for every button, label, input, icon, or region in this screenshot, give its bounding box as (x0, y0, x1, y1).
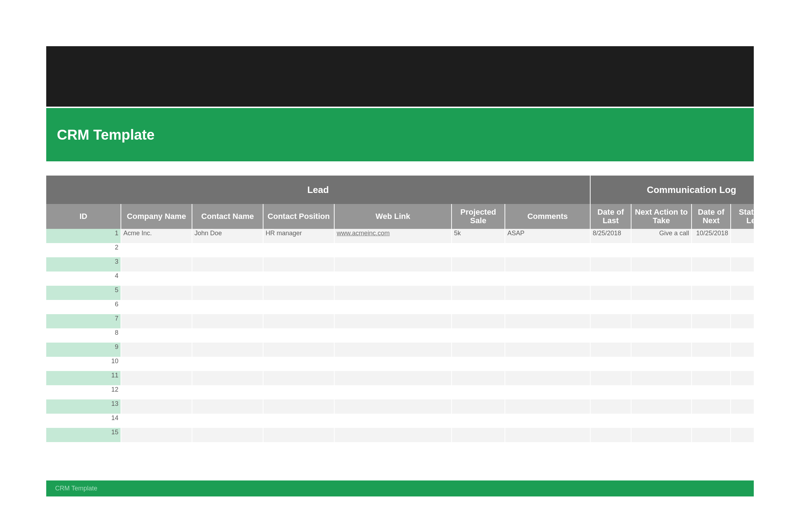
cell-comments[interactable] (505, 272, 590, 286)
cell-web-link[interactable] (334, 272, 452, 286)
cell-company[interactable] (121, 257, 192, 272)
cell-company[interactable] (121, 414, 192, 428)
table-row[interactable]: 9 (46, 343, 754, 357)
cell-date-of-last[interactable] (590, 243, 631, 257)
cell-web-link[interactable] (334, 343, 452, 357)
cell-date-of-last[interactable] (590, 428, 631, 442)
cell-contact-position[interactable] (263, 414, 334, 428)
cell-next-action[interactable] (631, 328, 692, 343)
cell-contact-position[interactable] (263, 243, 334, 257)
cell-id[interactable]: 11 (46, 371, 121, 385)
cell-projected-sale[interactable] (452, 385, 505, 399)
cell-date-of-next[interactable]: 10/25/2018 (692, 229, 731, 243)
cell-next-action[interactable] (631, 371, 692, 385)
cell-date-of-next[interactable] (692, 300, 731, 314)
cell-projected-sale[interactable]: 5k (452, 229, 505, 243)
cell-company[interactable]: Acme Inc. (121, 229, 192, 243)
col-date-of-last[interactable]: Date of Last (590, 204, 631, 229)
cell-web-link[interactable] (334, 414, 452, 428)
cell-contact-position[interactable] (263, 343, 334, 357)
col-company[interactable]: Company Name (121, 204, 192, 229)
cell-id[interactable]: 13 (46, 399, 121, 414)
col-contact-position[interactable]: Contact Position (263, 204, 334, 229)
cell-next-action[interactable] (631, 272, 692, 286)
cell-id[interactable]: 1 (46, 229, 121, 243)
cell-company[interactable] (121, 399, 192, 414)
cell-comments[interactable] (505, 357, 590, 371)
cell-date-of-last[interactable] (590, 343, 631, 357)
table-row[interactable]: 12 (46, 385, 754, 399)
cell-web-link[interactable] (334, 257, 452, 272)
cell-contact-name[interactable] (192, 328, 263, 343)
cell-projected-sale[interactable] (452, 243, 505, 257)
cell-next-action[interactable] (631, 399, 692, 414)
cell-company[interactable] (121, 300, 192, 314)
cell-id[interactable]: 9 (46, 343, 121, 357)
cell-projected-sale[interactable] (452, 414, 505, 428)
cell-web-link[interactable] (334, 357, 452, 371)
cell-contact-position[interactable] (263, 286, 334, 300)
cell-id[interactable]: 12 (46, 385, 121, 399)
table-row[interactable]: 4 (46, 272, 754, 286)
col-status[interactable]: Status of Lead (731, 204, 754, 229)
cell-date-of-last[interactable] (590, 314, 631, 328)
cell-contact-name[interactable] (192, 286, 263, 300)
cell-web-link[interactable] (334, 399, 452, 414)
cell-next-action[interactable] (631, 343, 692, 357)
cell-comments[interactable] (505, 414, 590, 428)
col-comments[interactable]: Comments (505, 204, 590, 229)
cell-status[interactable] (731, 371, 754, 385)
cell-date-of-next[interactable] (692, 257, 731, 272)
table-row[interactable]: 3 (46, 257, 754, 272)
cell-id[interactable]: 2 (46, 243, 121, 257)
cell-projected-sale[interactable] (452, 371, 505, 385)
table-row[interactable]: 13 (46, 399, 754, 414)
cell-projected-sale[interactable] (452, 428, 505, 442)
cell-next-action[interactable] (631, 428, 692, 442)
cell-contact-name[interactable] (192, 257, 263, 272)
cell-date-of-last[interactable] (590, 371, 631, 385)
cell-web-link[interactable] (334, 286, 452, 300)
cell-projected-sale[interactable] (452, 314, 505, 328)
table-row[interactable]: 8 (46, 328, 754, 343)
cell-date-of-last[interactable] (590, 300, 631, 314)
cell-next-action[interactable] (631, 385, 692, 399)
table-row[interactable]: 1Acme Inc.John DoeHR managerwww.acmeinc.… (46, 229, 754, 243)
cell-date-of-next[interactable] (692, 243, 731, 257)
cell-date-of-next[interactable] (692, 343, 731, 357)
cell-next-action[interactable] (631, 243, 692, 257)
cell-comments[interactable] (505, 343, 590, 357)
cell-web-link[interactable] (334, 243, 452, 257)
cell-status[interactable] (731, 314, 754, 328)
cell-date-of-next[interactable] (692, 371, 731, 385)
table-row[interactable]: 14 (46, 414, 754, 428)
cell-date-of-next[interactable] (692, 314, 731, 328)
cell-date-of-last[interactable] (590, 399, 631, 414)
cell-comments[interactable] (505, 300, 590, 314)
cell-contact-name[interactable] (192, 300, 263, 314)
cell-web-link[interactable] (334, 428, 452, 442)
cell-web-link[interactable] (334, 328, 452, 343)
cell-status[interactable] (731, 243, 754, 257)
cell-contact-name[interactable] (192, 385, 263, 399)
cell-date-of-last[interactable] (590, 385, 631, 399)
cell-next-action[interactable]: Give a call (631, 229, 692, 243)
cell-company[interactable] (121, 385, 192, 399)
cell-contact-position[interactable] (263, 257, 334, 272)
table-row[interactable]: 15 (46, 428, 754, 442)
cell-date-of-last[interactable]: 8/25/2018 (590, 229, 631, 243)
cell-contact-position[interactable] (263, 272, 334, 286)
cell-company[interactable] (121, 328, 192, 343)
cell-date-of-last[interactable] (590, 414, 631, 428)
col-id[interactable]: ID (46, 204, 121, 229)
cell-next-action[interactable] (631, 300, 692, 314)
cell-company[interactable] (121, 243, 192, 257)
cell-date-of-next[interactable] (692, 286, 731, 300)
cell-company[interactable] (121, 371, 192, 385)
cell-status[interactable]: Active (731, 229, 754, 243)
cell-contact-name[interactable] (192, 371, 263, 385)
cell-date-of-next[interactable] (692, 357, 731, 371)
cell-status[interactable] (731, 385, 754, 399)
cell-contact-name[interactable] (192, 314, 263, 328)
cell-id[interactable]: 14 (46, 414, 121, 428)
